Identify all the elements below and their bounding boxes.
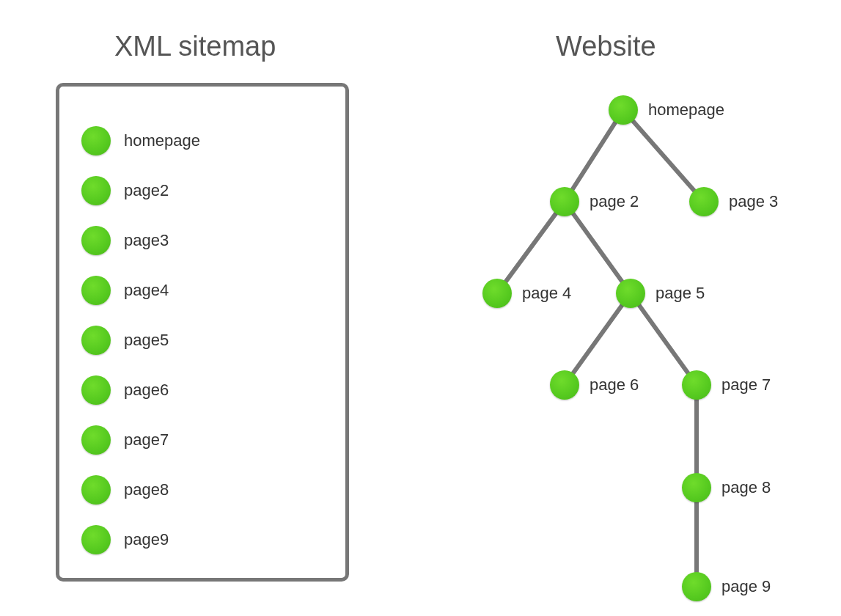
item-label: page4 (124, 281, 169, 300)
dot-icon (682, 572, 711, 601)
sitemap-title: XML sitemap (114, 31, 276, 62)
tree-node-label: page 6 (590, 375, 639, 395)
dot-icon (81, 475, 111, 505)
item-label: page2 (124, 181, 169, 200)
item-label: page3 (124, 231, 169, 250)
dot-icon (550, 370, 579, 400)
dot-icon (550, 187, 579, 216)
website-title: Website (556, 31, 656, 62)
tree-node-label: page 9 (721, 577, 771, 596)
website-tree: homepagepage 2page 3page 4page 5page 6pa… (418, 81, 829, 609)
dot-icon (81, 326, 111, 355)
item-label: page8 (124, 480, 169, 499)
item-label: page9 (124, 530, 169, 549)
tree-node-page2: page 2 (550, 187, 639, 216)
item-label: page7 (124, 430, 169, 450)
tree-edge (573, 305, 623, 373)
diagram-canvas: XML sitemap Website homepage page2 page3… (0, 0, 841, 616)
tree-edge (639, 305, 688, 373)
dot-icon (682, 370, 711, 400)
dot-icon (81, 126, 111, 155)
tree-node-label: page 2 (590, 192, 639, 211)
tree-node-label: page 4 (522, 284, 571, 303)
list-item: page2 (81, 166, 331, 216)
tree-node-label: page 5 (655, 284, 705, 303)
dot-icon (81, 276, 111, 305)
dot-icon (81, 375, 111, 405)
tree-node-page5: page 5 (616, 279, 705, 308)
tree-edge (633, 121, 694, 191)
tree-node-page7: page 7 (682, 370, 771, 400)
item-label: page5 (124, 331, 169, 350)
tree-node-homepage: homepage (609, 95, 724, 125)
tree-node-label: page 7 (721, 375, 771, 395)
list-item: page7 (81, 415, 331, 465)
list-item: page9 (81, 515, 331, 565)
tree-edge (573, 122, 615, 189)
tree-edge (573, 213, 623, 282)
sitemap-box: homepage page2 page3 page4 page5 page6 (56, 83, 349, 582)
tree-node-page6: page 6 (550, 370, 639, 400)
dot-icon (81, 226, 111, 255)
list-item: page8 (81, 465, 331, 515)
list-item: homepage (81, 116, 331, 166)
list-item: page5 (81, 315, 331, 365)
tree-edges-svg (418, 81, 829, 609)
tree-node-page8: page 8 (682, 473, 771, 502)
dot-icon (689, 187, 719, 216)
item-label: page6 (124, 381, 169, 400)
sitemap-list: homepage page2 page3 page4 page5 page6 (81, 116, 331, 565)
dot-icon (682, 473, 711, 502)
dot-icon (81, 425, 111, 455)
tree-node-page9: page 9 (682, 572, 771, 601)
list-item: page4 (81, 265, 331, 315)
dot-icon (616, 279, 645, 308)
dot-icon (81, 176, 111, 205)
list-item: page6 (81, 365, 331, 415)
tree-edge (506, 213, 556, 282)
tree-node-label: page 3 (729, 192, 778, 211)
tree-node-page4: page 4 (482, 279, 571, 308)
dot-icon (81, 525, 111, 554)
list-item: page3 (81, 216, 331, 265)
tree-node-page3: page 3 (689, 187, 778, 216)
dot-icon (609, 95, 638, 125)
tree-node-label: page 8 (721, 478, 771, 497)
dot-icon (482, 279, 512, 308)
tree-node-label: homepage (648, 100, 724, 120)
item-label: homepage (124, 131, 200, 150)
